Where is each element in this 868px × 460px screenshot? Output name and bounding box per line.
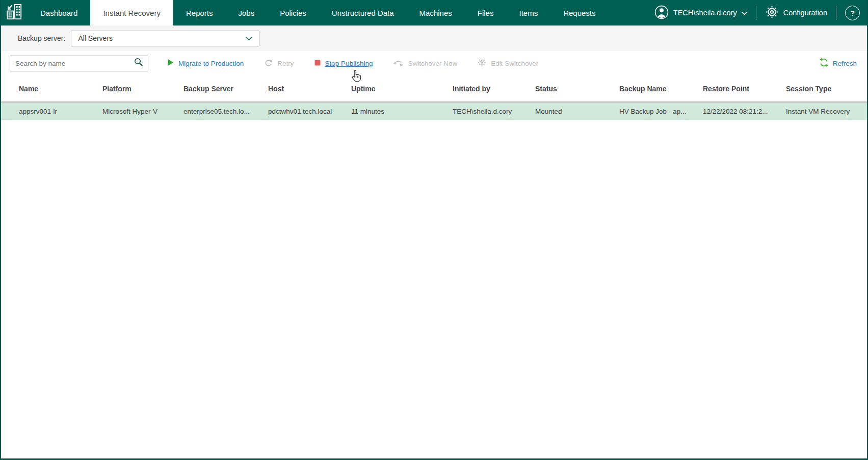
tab-machines[interactable]: Machines bbox=[407, 0, 465, 25]
tab-files[interactable]: Files bbox=[465, 0, 507, 25]
refresh-icon bbox=[819, 58, 829, 69]
cell-backup-name: HV Backup Job - ap... bbox=[619, 102, 703, 120]
edit-switchover-button: Edit Switchover bbox=[478, 58, 538, 68]
search-box[interactable] bbox=[10, 56, 148, 71]
nav-right-section: TECH\sheila.d.cory Con bbox=[654, 0, 867, 25]
configuration-label: Configuration bbox=[783, 9, 827, 17]
tab-label: Machines bbox=[419, 9, 452, 17]
tab-label: Requests bbox=[563, 9, 595, 17]
column-header-restore-point[interactable]: Restore Point bbox=[703, 75, 786, 102]
cell-name: appsrv001-ir bbox=[1, 102, 102, 120]
veeam-enterprise-manager-logo-icon bbox=[6, 3, 23, 22]
tab-requests[interactable]: Requests bbox=[550, 0, 608, 25]
search-input[interactable] bbox=[15, 60, 134, 67]
gear-icon bbox=[765, 5, 779, 20]
tab-label: Jobs bbox=[238, 9, 254, 17]
column-header-host[interactable]: Host bbox=[268, 75, 351, 102]
tab-label: Dashboard bbox=[40, 9, 77, 17]
column-header-uptime[interactable]: Uptime bbox=[351, 75, 453, 102]
tab-label: Reports bbox=[186, 9, 213, 17]
action-label: Stop Publishing bbox=[325, 60, 373, 67]
nav-divider bbox=[836, 6, 836, 20]
search-icon[interactable] bbox=[134, 58, 143, 69]
toolbar: Migrate to Production Retry Stop Publish… bbox=[1, 51, 867, 75]
tab-label: Instant Recovery bbox=[103, 9, 161, 17]
refresh-button[interactable]: Refresh bbox=[819, 58, 857, 69]
cell-restore-point: 12/22/2022 08:21:2... bbox=[703, 102, 786, 120]
tab-unstructured-data[interactable]: Unstructured Data bbox=[319, 0, 407, 25]
tab-items[interactable]: Items bbox=[506, 0, 550, 25]
cell-status: Mounted bbox=[535, 102, 619, 120]
table-header-row: Name Platform Backup Server Host Uptime … bbox=[1, 75, 867, 102]
retry-button: Retry bbox=[264, 59, 294, 68]
migrate-to-production-button[interactable]: Migrate to Production bbox=[167, 59, 244, 68]
app-logo bbox=[1, 0, 28, 25]
nav-divider bbox=[756, 6, 756, 20]
configuration-button[interactable]: Configuration bbox=[765, 5, 827, 20]
tab-reports[interactable]: Reports bbox=[173, 0, 226, 25]
tab-instant-recovery[interactable]: Instant Recovery bbox=[90, 0, 173, 25]
backup-server-select[interactable]: All Servers bbox=[71, 31, 259, 46]
cell-platform: Microsoft Hyper-V bbox=[102, 102, 183, 120]
action-label: Migrate to Production bbox=[178, 60, 244, 67]
column-header-backup-server[interactable]: Backup Server bbox=[183, 75, 268, 102]
action-label: Retry bbox=[277, 60, 294, 67]
cell-initiated-by: TECH\sheila.d.cory bbox=[453, 102, 535, 120]
cell-backup-server: enterprise05.tech.lo... bbox=[183, 102, 268, 120]
tab-jobs[interactable]: Jobs bbox=[225, 0, 267, 25]
column-header-platform[interactable]: Platform bbox=[102, 75, 183, 102]
table-row[interactable]: appsrv001-ir Microsoft Hyper-V enterpris… bbox=[1, 102, 867, 120]
switchover-icon bbox=[393, 58, 403, 68]
top-nav: Dashboard Instant Recovery Reports Jobs … bbox=[1, 0, 867, 25]
stop-icon bbox=[314, 60, 321, 67]
column-header-name[interactable]: Name bbox=[1, 75, 102, 102]
stop-publishing-button[interactable]: Stop Publishing bbox=[314, 60, 373, 67]
user-avatar-icon bbox=[654, 5, 669, 21]
tab-label: Unstructured Data bbox=[332, 9, 394, 17]
help-icon: ? bbox=[850, 9, 855, 17]
cell-uptime: 11 minutes bbox=[351, 102, 453, 120]
filter-bar: Backup server: All Servers bbox=[1, 25, 867, 51]
retry-icon bbox=[264, 59, 273, 68]
tab-policies[interactable]: Policies bbox=[267, 0, 319, 25]
play-icon bbox=[167, 59, 174, 68]
edit-switchover-icon bbox=[478, 58, 486, 68]
action-label: Edit Switchover bbox=[491, 60, 538, 67]
action-label: Switchover Now bbox=[408, 60, 457, 67]
chevron-down-icon bbox=[742, 9, 747, 17]
column-header-session-type[interactable]: Session Type bbox=[786, 75, 867, 102]
column-header-initiated-by[interactable]: Initiated by bbox=[453, 75, 535, 102]
instant-recovery-table: Name Platform Backup Server Host Uptime … bbox=[1, 75, 867, 120]
user-name: TECH\sheila.d.cory bbox=[673, 9, 737, 17]
backup-server-label: Backup server: bbox=[18, 34, 65, 42]
chevron-down-icon bbox=[246, 34, 252, 42]
tab-label: Policies bbox=[280, 9, 306, 17]
cell-host: pdctwhv01.tech.local bbox=[268, 102, 351, 120]
tab-dashboard[interactable]: Dashboard bbox=[28, 0, 90, 25]
cell-session-type: Instant VM Recovery bbox=[786, 102, 867, 120]
column-header-backup-name[interactable]: Backup Name bbox=[619, 75, 703, 102]
backup-server-selected-value: All Servers bbox=[78, 34, 113, 42]
switchover-now-button: Switchover Now bbox=[393, 58, 457, 68]
column-header-status[interactable]: Status bbox=[535, 75, 619, 102]
user-menu-button[interactable]: TECH\sheila.d.cory bbox=[654, 5, 747, 21]
refresh-label: Refresh bbox=[833, 60, 857, 67]
help-button[interactable]: ? bbox=[845, 6, 860, 20]
tab-label: Items bbox=[519, 9, 538, 17]
tab-label: Files bbox=[478, 9, 494, 17]
